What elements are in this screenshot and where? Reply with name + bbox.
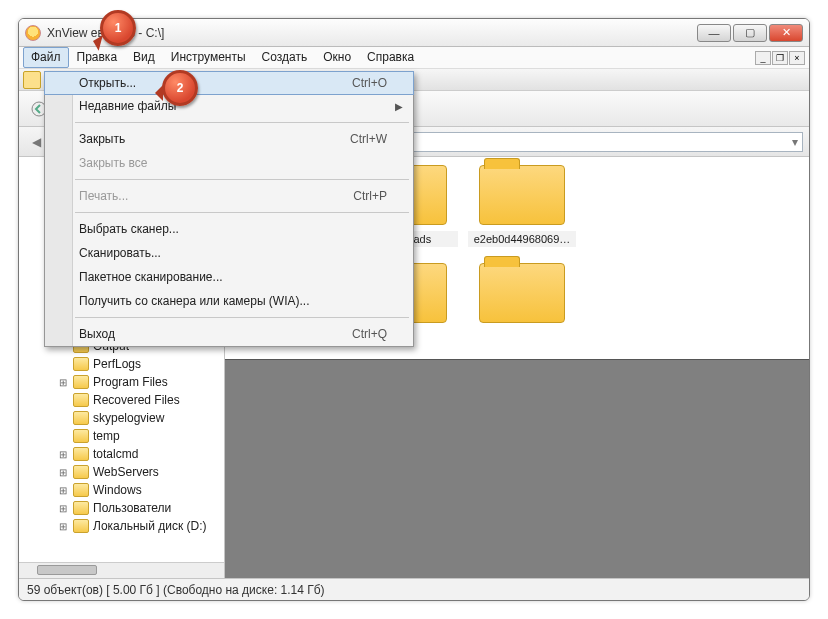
folder-large-icon [479, 165, 565, 225]
statusbar: 59 объект(ов) [ 5.00 Гб ] (Свободно на д… [19, 578, 809, 600]
menu-exit-label: Выход [79, 327, 115, 341]
folder-icon [73, 375, 89, 389]
close-button[interactable]: ✕ [769, 24, 803, 42]
menu-print-label: Печать... [79, 189, 128, 203]
expand-icon[interactable]: ⊞ [57, 521, 69, 532]
tree-item[interactable]: ⊞Локальный диск (D:) [19, 517, 224, 535]
browser-tab-icon[interactable] [23, 71, 41, 89]
tree-item[interactable]: temp [19, 427, 224, 445]
folder-icon [73, 519, 89, 533]
status-text: 59 объект(ов) [ 5.00 Гб ] (Свободно на д… [27, 583, 325, 597]
folder-icon [73, 447, 89, 461]
folder-icon [73, 465, 89, 479]
tree-item-label: Program Files [93, 375, 168, 389]
maximize-button[interactable]: ▢ [733, 24, 767, 42]
menu-tools[interactable]: Инструменты [163, 47, 254, 68]
folder-thumbnail[interactable]: e2eb0d44968069… [465, 163, 579, 259]
menu-wia[interactable]: Получить со сканера или камеры (WIA)... [45, 289, 413, 313]
menu-close-all: Закрыть все [45, 151, 413, 175]
tree-item[interactable]: ⊞totalcmd [19, 445, 224, 463]
app-icon [25, 25, 41, 41]
tree-scrollbar[interactable] [19, 562, 224, 578]
menu-batch-scan[interactable]: Пакетное сканирование... [45, 265, 413, 289]
folder-large-icon [479, 263, 565, 323]
tree-item-label: Пользователи [93, 501, 171, 515]
menu-separator [75, 179, 409, 180]
menu-print: Печать... Ctrl+P [45, 184, 413, 208]
minimize-button[interactable]: ― [697, 24, 731, 42]
mdi-close[interactable]: × [789, 51, 805, 65]
menu-close-all-label: Закрыть все [79, 156, 147, 170]
folder-thumbnail[interactable] [465, 261, 579, 357]
menu-scan-label: Сканировать... [79, 246, 161, 260]
callout-2: 2 [162, 70, 198, 106]
window-controls: ― ▢ ✕ [697, 24, 803, 42]
tree-item-label: skypelogview [93, 411, 164, 425]
menu-close-label: Закрыть [79, 132, 125, 146]
address-dropdown-icon[interactable]: ▾ [792, 135, 798, 149]
menu-open[interactable]: Открыть... Ctrl+O [44, 71, 414, 95]
folder-icon [73, 357, 89, 371]
tree-item-label: WebServers [93, 465, 159, 479]
menu-view[interactable]: Вид [125, 47, 163, 68]
folder-icon [73, 411, 89, 425]
menu-separator [75, 212, 409, 213]
menu-exit-shortcut: Ctrl+Q [352, 327, 387, 341]
submenu-arrow-icon: ▶ [395, 101, 403, 112]
mdi-minimize[interactable]: _ [755, 51, 771, 65]
menu-create[interactable]: Создать [254, 47, 316, 68]
thumbnail-label: e2eb0d44968069… [468, 231, 576, 247]
menu-recent[interactable]: Недавние файлы ▶ [45, 94, 413, 118]
menu-open-shortcut: Ctrl+O [352, 76, 387, 90]
mdi-controls: _ ❐ × [755, 47, 805, 68]
file-menu-dropdown: Открыть... Ctrl+O Недавние файлы ▶ Закры… [44, 71, 414, 347]
menubar: Файл Правка Вид Инструменты Создать Окно… [19, 47, 809, 69]
tree-item[interactable]: ⊞WebServers [19, 463, 224, 481]
tree-item-label: Локальный диск (D:) [93, 519, 207, 533]
expand-icon[interactable]: ⊞ [57, 449, 69, 460]
expand-icon[interactable]: ⊞ [57, 467, 69, 478]
expand-icon[interactable]: ⊞ [57, 503, 69, 514]
menu-exit[interactable]: Выход Ctrl+Q [45, 322, 413, 346]
menu-window[interactable]: Окно [315, 47, 359, 68]
tree-item[interactable]: ⊞Program Files [19, 373, 224, 391]
expand-icon[interactable]: ⊞ [57, 485, 69, 496]
folder-icon [73, 393, 89, 407]
menu-wia-label: Получить со сканера или камеры (WIA)... [79, 294, 310, 308]
menu-select-scanner-label: Выбрать сканер... [79, 222, 179, 236]
folder-icon [73, 429, 89, 443]
expand-icon[interactable]: ⊞ [57, 377, 69, 388]
menu-help[interactable]: Справка [359, 47, 422, 68]
menu-scan[interactable]: Сканировать... [45, 241, 413, 265]
window-title: XnView еватель - C:\] [47, 26, 697, 40]
menu-print-shortcut: Ctrl+P [353, 189, 387, 203]
tree-item-label: temp [93, 429, 120, 443]
tree-item-label: totalcmd [93, 447, 138, 461]
tree-item-label: PerfLogs [93, 357, 141, 371]
callout-1: 1 [100, 10, 136, 46]
menu-file[interactable]: Файл [23, 47, 69, 68]
menu-recent-label: Недавние файлы [79, 99, 176, 113]
menu-separator [75, 122, 409, 123]
folder-icon [73, 483, 89, 497]
menu-separator [75, 317, 409, 318]
tree-item[interactable]: skypelogview [19, 409, 224, 427]
menu-open-label: Открыть... [79, 76, 136, 90]
menu-select-scanner[interactable]: Выбрать сканер... [45, 217, 413, 241]
menu-batch-scan-label: Пакетное сканирование... [79, 270, 223, 284]
menu-close-shortcut: Ctrl+W [350, 132, 387, 146]
tree-item[interactable]: Recovered Files [19, 391, 224, 409]
folder-icon [73, 501, 89, 515]
titlebar: XnView еватель - C:\] ― ▢ ✕ [19, 19, 809, 47]
tree-item[interactable]: ⊞Пользователи [19, 499, 224, 517]
tree-item-label: Windows [93, 483, 142, 497]
mdi-restore[interactable]: ❐ [772, 51, 788, 65]
preview-empty-area [225, 360, 809, 578]
tree-item[interactable]: PerfLogs [19, 355, 224, 373]
tree-item-label: Recovered Files [93, 393, 180, 407]
tree-item[interactable]: ⊞Windows [19, 481, 224, 499]
menu-close[interactable]: Закрыть Ctrl+W [45, 127, 413, 151]
